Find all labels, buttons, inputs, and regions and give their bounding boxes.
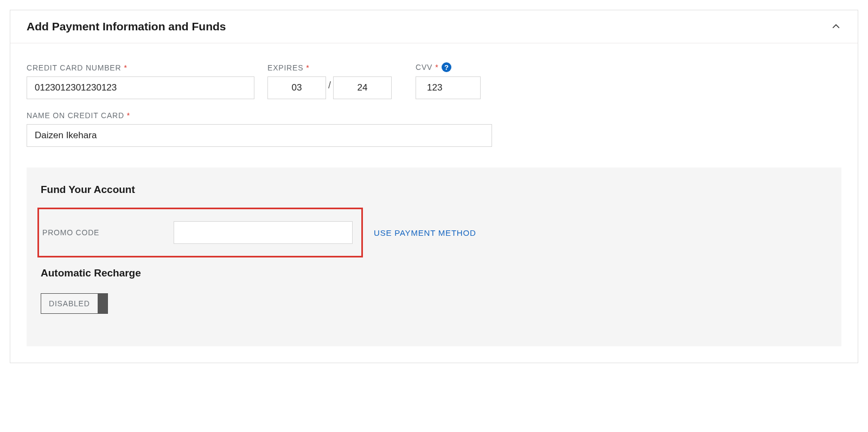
label-cvv-text: CVV	[416, 63, 432, 72]
promo-highlight-box: Promo Code	[37, 208, 363, 257]
expires-separator: /	[328, 80, 331, 96]
row-name: Name on Credit Card*	[27, 111, 841, 147]
required-asterisk: *	[127, 111, 130, 120]
fund-section: Fund Your Account Promo Code Use Payment…	[27, 167, 841, 346]
field-cc-number: Credit Card Number*	[27, 63, 254, 99]
expires-year-input[interactable]	[333, 76, 392, 99]
payment-panel: Add Payment Information and Funds Credit…	[10, 10, 858, 363]
panel-header[interactable]: Add Payment Information and Funds	[10, 10, 858, 43]
chevron-up-icon	[831, 21, 841, 32]
recharge-title: Automatic Recharge	[41, 267, 827, 279]
label-name-text: Name on Credit Card	[27, 111, 124, 120]
field-expires: Expires* /	[267, 63, 392, 99]
expires-group: /	[267, 76, 392, 99]
promo-label: Promo Code	[42, 228, 162, 237]
cvv-input[interactable]	[416, 76, 481, 99]
row-card-details: Credit Card Number* Expires* / CVV* ?	[27, 62, 841, 99]
field-cvv: CVV* ?	[416, 62, 481, 99]
toggle-state-label: Disabled	[41, 294, 98, 313]
help-icon[interactable]: ?	[442, 62, 451, 72]
label-expires: Expires*	[267, 63, 392, 72]
expires-month-input[interactable]	[267, 76, 326, 99]
panel-body: Credit Card Number* Expires* / CVV* ?	[10, 43, 858, 363]
required-asterisk: *	[124, 63, 127, 72]
label-cc-number-text: Credit Card Number	[27, 63, 121, 72]
fund-title: Fund Your Account	[41, 184, 827, 196]
toggle-handle	[98, 294, 107, 313]
label-expires-text: Expires	[267, 63, 303, 72]
panel-title: Add Payment Information and Funds	[27, 20, 226, 33]
required-asterisk: *	[306, 63, 309, 72]
label-name-on-card: Name on Credit Card*	[27, 111, 492, 120]
promo-container: Promo Code Use Payment Method	[41, 208, 827, 257]
label-cc-number: Credit Card Number*	[27, 63, 254, 72]
label-cvv: CVV* ?	[416, 62, 481, 72]
automatic-recharge-toggle[interactable]: Disabled	[41, 293, 108, 314]
cc-number-input[interactable]	[27, 76, 254, 99]
name-on-card-input[interactable]	[27, 124, 492, 147]
field-name-on-card: Name on Credit Card*	[27, 111, 492, 147]
promo-code-input[interactable]	[174, 221, 353, 244]
use-payment-method-link[interactable]: Use Payment Method	[374, 228, 476, 237]
required-asterisk: *	[435, 63, 438, 72]
